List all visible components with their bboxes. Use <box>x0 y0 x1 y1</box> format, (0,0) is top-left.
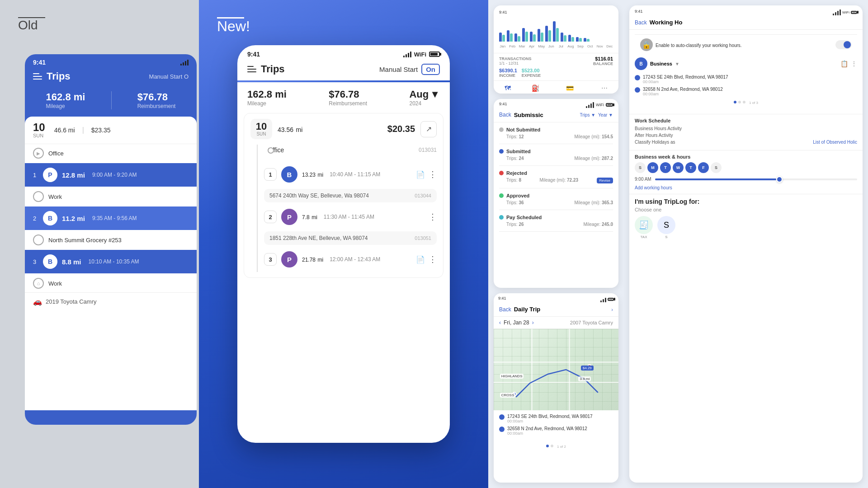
doc-icon-1[interactable]: 📄 <box>416 170 425 179</box>
map-right-arrow-icon[interactable]: › <box>532 319 534 326</box>
new-mileage-stat: 162.8 mi Mileage <box>247 89 287 107</box>
manual-start-label: Manual Start <box>379 66 418 73</box>
map-pin-icon-1 <box>499 414 505 420</box>
trip-num-2: 2 <box>264 211 277 223</box>
day-W[interactable]: W <box>673 162 684 173</box>
menu-icon[interactable] <box>33 73 42 80</box>
trip-avatar-new-2: P <box>281 209 297 225</box>
old-mileage-stat: 162.8 mi Mileage <box>46 91 85 109</box>
map-page-indicator: 1 of 2 <box>557 445 566 449</box>
more-icon-2[interactable]: ⋮ <box>429 212 437 222</box>
working-locations: 17243 SE 24th Blvd, Redmond, WA 98017 00… <box>635 75 857 96</box>
new-menu-icon[interactable] <box>247 66 256 72</box>
map-back-button[interactable]: Back <box>499 306 511 313</box>
working-dot-2[interactable] <box>738 101 741 103</box>
map-pin-icon-2 <box>499 427 505 432</box>
nav-trips[interactable]: 🗺 Trips <box>504 84 511 94</box>
working-dot-3[interactable] <box>743 101 745 103</box>
mini-nav: 🗺 Trips ⛽ Fuel 💳 Transactions ⋯ More <box>494 80 618 94</box>
on-toggle[interactable]: On <box>421 64 440 75</box>
status-submitted[interactable]: Submitted Trips: 24 Mileage (mi): 287.2 <box>499 144 613 166</box>
old-office-row: ▶ Office <box>25 144 197 162</box>
map-title: Daily Trip <box>514 306 609 313</box>
triplog-tax-icon[interactable]: 🧾 TAX <box>635 216 653 239</box>
status-rejected[interactable]: Rejected Trips: 8 Mileage (mi): 72.23 Re… <box>499 166 613 188</box>
business-row: B Business ▼ 📋 ⋮ <box>635 57 857 70</box>
export-button[interactable]: ↗ <box>420 121 437 137</box>
battery-icon <box>429 52 440 57</box>
trip-item-1[interactable]: 1 B 13.23 mi 10:40 AM - 11:15 AM 📄 ⋮ <box>264 162 437 187</box>
revise-button[interactable]: Revise <box>597 178 613 183</box>
circle-icon-2 <box>33 235 44 245</box>
working-content: 🔒 Enable to auto-classify your working h… <box>629 30 863 114</box>
working-loc-2: 32658 N 2nd Ave, Redmond, WA 98012 00:00… <box>635 87 857 96</box>
nav-transactions[interactable]: 💳 Transactions <box>560 84 580 94</box>
status-dot-teal <box>499 215 504 220</box>
day-S1[interactable]: S <box>635 162 646 173</box>
day-M[interactable]: M <box>647 162 658 173</box>
working-title: Working Ho <box>650 19 857 26</box>
triplog-s-icon[interactable]: S S <box>657 216 675 239</box>
old-reimbursement-stat: $76.78 Reimbursement <box>137 91 176 109</box>
old-trip-1[interactable]: 1 P 12.8 mi 9:00 AM - 9:20 AM <box>25 163 197 187</box>
old-trip-2[interactable]: 2 B 11.2 mi 9:35 AM - 9:56 AM <box>25 206 197 230</box>
add-hours-link[interactable]: Add working hours <box>635 185 857 190</box>
old-work-row-2: ⌂ Work <box>25 274 197 292</box>
status-not-submitted[interactable]: Not Submitted Trips: 12 Mileage (mi): 15… <box>499 122 613 144</box>
year-filter[interactable]: Year ▼ <box>598 113 613 117</box>
nav-fuel[interactable]: ⛽ Fuel <box>532 84 539 94</box>
status-dot-green <box>499 193 504 198</box>
status-status-bar: 9:41 WiFi <box>494 99 618 108</box>
working-back-button[interactable]: Back <box>635 19 647 26</box>
trip-item-3[interactable]: 3 P 21.78 mi 12:00 AM - 12:43 AM 📄 ⋮ <box>264 247 437 272</box>
trip-timeline: Office 013031 1 B 13.23 mi <box>250 145 437 272</box>
working-toggle[interactable] <box>835 40 852 49</box>
map-dot-1[interactable] <box>546 445 549 447</box>
more-working-icon[interactable]: ⋮ <box>851 60 857 67</box>
old-car-row: 🚗 2019 Toyota Camry <box>25 292 197 310</box>
working-loc-1: 17243 SE 24th Blvd, Redmond, WA 98017 00… <box>635 75 857 84</box>
holidays-link[interactable]: List of Observed Holic <box>813 140 857 145</box>
new-time: 9:41 <box>247 51 260 58</box>
nav-more[interactable]: ⋯ More <box>600 84 609 94</box>
submission-phone: 9:41 WiFi Back Submissic <box>494 99 618 288</box>
more-icon-1[interactable]: ⋮ <box>429 169 437 179</box>
map-price-tag: $4.29 <box>581 366 594 371</box>
day-box: 10 SUN <box>250 119 272 139</box>
more-icon-3[interactable]: ⋮ <box>429 254 437 264</box>
more-nav-icon: ⋯ <box>601 84 608 92</box>
trip-num-1: 1 <box>264 168 277 181</box>
copy-icon[interactable]: 📋 <box>840 60 848 67</box>
status-back-button[interactable]: Back <box>499 112 511 118</box>
working-dot-1[interactable] <box>734 101 736 103</box>
status-pay-scheduled[interactable]: Pay Scheduled Trips: 26 Mileage: 245.0 <box>499 210 613 232</box>
time-slider[interactable] <box>655 178 857 180</box>
map-dot-2[interactable] <box>551 445 553 447</box>
trip-item-2[interactable]: 2 P 7.8 mi 11:30 AM - 11:45 AM ⋮ <box>264 204 437 230</box>
right-panel: 9:41 JanFebMarAprMayJu <box>488 0 868 488</box>
triplog-icons-row: 🧾 TAX S S <box>635 216 857 239</box>
day-S2[interactable]: S <box>711 162 722 173</box>
map-addr-2: 32658 N 2nd Ave, Redmond, WA 98012 00:00… <box>499 426 613 436</box>
map-left-arrow-icon[interactable]: ‹ <box>499 319 501 326</box>
day-T1[interactable]: T <box>660 162 671 173</box>
working-phone: 9:41 WiFi Back Working Ho <box>629 5 863 483</box>
doc-icon-3[interactable]: 📄 <box>416 255 425 264</box>
new-phone: 9:41 WiFi <box>237 45 450 443</box>
map-route-svg <box>494 329 618 410</box>
working-page-dots: 1 of 3 <box>635 101 857 105</box>
after-hours-row: After Hours Activity <box>635 133 857 138</box>
trips-filter[interactable]: Trips ▼ <box>580 113 596 117</box>
day-card: 10 SUN 43.56 mi $20.35 ↗ <box>244 113 443 278</box>
fuel-nav-icon: ⛽ <box>532 84 539 92</box>
status-approved[interactable]: Approved Trips: 36 Mileage (mi): 365.3 <box>499 188 613 210</box>
day-T2[interactable]: T <box>685 162 696 173</box>
status-wifi-icon: WiFi <box>596 103 604 107</box>
trip-avatar-3: B <box>43 254 57 269</box>
old-trips-title: Trips <box>47 70 71 82</box>
day-F[interactable]: F <box>698 162 709 173</box>
business-avatar: B <box>635 57 647 70</box>
old-trip-3[interactable]: 3 B 8.8 mi 10:10 AM - 10:35 AM <box>25 250 197 273</box>
business-chevron-icon: ▼ <box>675 61 679 66</box>
home-icon: ⌂ <box>33 278 44 289</box>
